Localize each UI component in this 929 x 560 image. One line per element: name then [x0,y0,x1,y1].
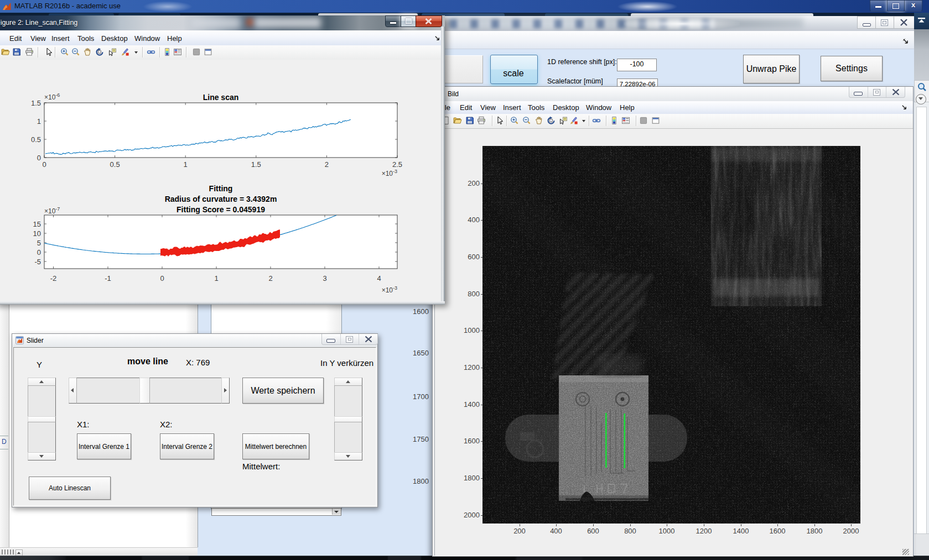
svg-text:Line scan: Line scan [203,93,239,102]
svg-text:2: 2 [268,274,272,282]
svg-text:0.5: 0.5 [31,135,41,144]
svg-text:Fitting: Fitting [209,184,233,193]
svg-text:Radius of curvature = 3.4392m: Radius of curvature = 3.4392m [165,195,277,203]
svg-text:15: 15 [33,220,41,228]
svg-text:0: 0 [160,274,164,282]
svg-text:×10-3: ×10-3 [382,169,397,177]
svg-text:0: 0 [37,248,41,257]
svg-text:2: 2 [325,160,329,169]
svg-text:4: 4 [377,274,381,282]
svg-text:0: 0 [37,154,41,162]
svg-text:-2: -2 [50,274,57,282]
svg-text:10: 10 [33,229,41,238]
svg-text:×10-3: ×10-3 [382,285,397,294]
svg-text:-5: -5 [34,258,41,266]
svg-text:-1: -1 [105,274,111,282]
svg-text:0: 0 [42,160,46,169]
svg-text:5: 5 [37,239,41,247]
svg-text:1: 1 [184,160,188,169]
svg-text:Fitting Score = 0.045919: Fitting Score = 0.045919 [177,205,265,214]
svg-text:1.5: 1.5 [251,160,261,169]
svg-text:1.5: 1.5 [31,99,41,107]
svg-text:0.5: 0.5 [110,160,120,169]
svg-text:1: 1 [214,274,218,282]
svg-text:3: 3 [323,274,326,282]
svg-text:×10-7: ×10-7 [44,206,60,215]
svg-text:2.5: 2.5 [392,160,402,169]
svg-text:1: 1 [37,117,41,125]
svg-text:×10-6: ×10-6 [44,92,60,101]
